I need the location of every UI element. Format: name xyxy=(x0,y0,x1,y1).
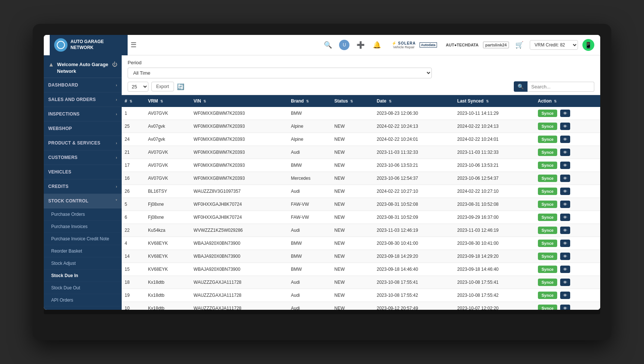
cell-brand: Audi xyxy=(288,276,331,289)
laptop-chin xyxy=(44,310,600,314)
cell-vrm: KV68EYK xyxy=(145,237,191,250)
sidebar-item-dashboard[interactable]: DASHBOARD › xyxy=(44,78,122,92)
cell-date: 2024-02-22 10:24:13 xyxy=(374,120,454,133)
sidebar-sub-stock-adjust[interactable]: Stock Adjust xyxy=(44,257,122,270)
col-vin[interactable]: VIN ⇅ xyxy=(191,95,288,107)
view-button[interactable]: 👁 xyxy=(560,149,570,156)
view-button[interactable]: 👁 xyxy=(560,110,570,117)
cell-brand: BMW xyxy=(288,159,331,172)
add-button[interactable]: ➕ xyxy=(355,39,367,51)
sidebar-sub-stock-due-in[interactable]: Stock Due In xyxy=(44,270,122,282)
notification-button[interactable]: 🔔 xyxy=(371,39,383,51)
col-num[interactable]: # ⇅ xyxy=(122,95,145,107)
search-button[interactable]: 🔍 xyxy=(322,39,334,51)
cell-action: Synce 👁 xyxy=(535,289,600,302)
table-row: 5 Fj08xne WF0HXXGAJH8K70724 FAW-VW NEW 2… xyxy=(122,198,600,211)
sidebar-item-webshop[interactable]: WEBSHOP xyxy=(44,121,122,136)
cell-vrm: AV07GVK xyxy=(145,107,191,120)
col-last-synced[interactable]: Last Synced ⇅ xyxy=(454,95,535,107)
table-row: 10 Kx18dtb WAUZZZGAXJA111728 Audi NEW 20… xyxy=(122,302,600,310)
view-button[interactable]: 👁 xyxy=(560,305,570,310)
sidebar-sub-purchase-orders[interactable]: Purchase Orders xyxy=(44,208,122,221)
content-area: Period All Time 25 50 100 Export 🔄 xyxy=(122,55,600,310)
sidebar-item-vehicles[interactable]: VEHICLES xyxy=(44,165,122,179)
col-status[interactable]: Status ⇅ xyxy=(331,95,374,107)
sidebar-sub-purchase-invoices[interactable]: Purchase Invoices xyxy=(44,221,122,233)
view-button[interactable]: 👁 xyxy=(560,201,570,208)
sidebar-item-product-services[interactable]: PRODUCT & SERVICES › xyxy=(44,136,122,150)
sidebar-item-stock-control[interactable]: STOCK CONTROL ˅ xyxy=(44,194,122,208)
customers-arrow-icon: › xyxy=(116,156,117,160)
sidebar-item-inspections[interactable]: INSPECTIONS › xyxy=(44,107,122,121)
col-action[interactable]: Action ⇅ xyxy=(535,95,600,107)
refresh-button[interactable]: 🔄 xyxy=(177,83,184,90)
period-select[interactable]: All Time xyxy=(128,68,432,78)
synce-button[interactable]: Synce xyxy=(538,227,557,234)
view-button[interactable]: 👁 xyxy=(560,240,570,247)
per-page-select[interactable]: 25 50 100 xyxy=(128,82,148,92)
synce-button[interactable]: Synce xyxy=(538,279,557,286)
view-button[interactable]: 👁 xyxy=(560,292,570,299)
cell-num: 14 xyxy=(122,250,145,263)
view-button[interactable]: 👁 xyxy=(560,188,570,195)
power-icon[interactable]: ⏻ xyxy=(112,61,117,67)
cart-button[interactable]: 🛒 xyxy=(513,39,525,51)
view-button[interactable]: 👁 xyxy=(560,175,570,182)
synce-button[interactable]: Synce xyxy=(538,253,557,260)
cell-action: Synce 👁 xyxy=(535,120,600,133)
search-input[interactable] xyxy=(528,82,594,92)
synce-button[interactable]: Synce xyxy=(538,305,557,310)
search-submit-button[interactable]: 🔍 xyxy=(514,81,528,92)
cell-action: Synce 👁 xyxy=(535,107,600,120)
cell-vrm: AV07GVK xyxy=(145,159,191,172)
hamburger-button[interactable]: ☰ xyxy=(128,39,139,51)
view-button[interactable]: 👁 xyxy=(560,162,570,169)
synce-button[interactable]: Synce xyxy=(538,175,557,182)
sidebar-item-sales-orders[interactable]: SALES AND ORDERS › xyxy=(44,92,122,107)
export-button[interactable]: Export xyxy=(151,82,174,91)
view-button[interactable]: 👁 xyxy=(560,266,570,273)
synce-button[interactable]: Synce xyxy=(538,149,557,156)
cell-action: Synce 👁 xyxy=(535,172,600,185)
synce-button[interactable]: Synce xyxy=(538,201,557,208)
synce-button[interactable]: Synce xyxy=(538,123,557,130)
synce-button[interactable]: Synce xyxy=(538,110,557,117)
sidebar-sub-stock-transfer[interactable]: Stock Transfer xyxy=(44,306,122,310)
inspections-arrow-icon: › xyxy=(116,112,117,116)
view-button[interactable]: 👁 xyxy=(560,123,570,130)
whatsapp-button[interactable]: 📱 xyxy=(582,39,594,51)
cell-date: 2023-10-08 17:55:42 xyxy=(374,289,454,302)
cell-action: Synce 👁 xyxy=(535,302,600,310)
synce-button[interactable]: Synce xyxy=(538,240,557,247)
synce-button[interactable]: Synce xyxy=(538,266,557,273)
synce-button[interactable]: Synce xyxy=(538,162,557,169)
col-brand[interactable]: Brand ⇅ xyxy=(288,95,331,107)
sort-status-icon: ⇅ xyxy=(350,100,353,103)
col-date[interactable]: Date ⇅ xyxy=(374,95,454,107)
cell-status: NEW xyxy=(331,172,374,185)
cell-last-synced: 2023-10-08 17:55:41 xyxy=(454,276,535,289)
sidebar-sub-reorder-basket[interactable]: Reorder Basket xyxy=(44,245,122,257)
cell-status: NEW xyxy=(331,276,374,289)
synce-button[interactable]: Synce xyxy=(538,188,557,195)
user-avatar-button[interactable]: U xyxy=(338,39,350,51)
synce-button[interactable]: Synce xyxy=(538,292,557,299)
cell-status: NEW xyxy=(331,198,374,211)
sidebar-item-customers[interactable]: CUSTOMERS › xyxy=(44,150,122,165)
synce-button[interactable]: Synce xyxy=(538,214,557,221)
view-button[interactable]: 👁 xyxy=(560,136,570,143)
view-button[interactable]: 👁 xyxy=(560,253,570,260)
cell-vin: WAUZZZGAXJA111728 xyxy=(191,276,288,289)
view-button[interactable]: 👁 xyxy=(560,227,570,234)
table-row: 18 Kx18dtb WAUZZZGAXJA111728 Audi NEW 20… xyxy=(122,276,600,289)
sidebar-item-credits[interactable]: CREDITS › xyxy=(44,179,122,194)
sidebar-sub-purchase-invoice-credit-note[interactable]: Purchase Invoice Credit Note xyxy=(44,233,122,245)
sidebar-sub-api-orders[interactable]: API Orders xyxy=(44,294,122,306)
main-layout: ▲ Welcome Auto Garage Network ⏻ DASHBOAR… xyxy=(44,55,600,310)
vrm-credit-select[interactable]: VRM Credit: 82 xyxy=(530,40,578,50)
synce-button[interactable]: Synce xyxy=(538,136,557,143)
col-vrm[interactable]: VRM ⇅ xyxy=(145,95,191,107)
view-button[interactable]: 👁 xyxy=(560,214,570,221)
sidebar-sub-stock-due-out[interactable]: Stock Due Out xyxy=(44,282,122,294)
view-button[interactable]: 👁 xyxy=(560,279,570,286)
